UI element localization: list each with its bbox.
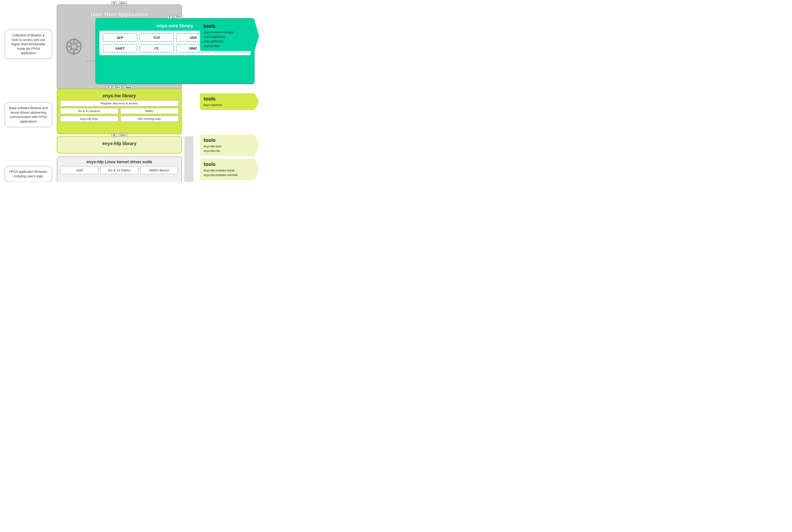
tools-box-kernel: tools enyx-hfp-modules-install enyx-hfp-… (200, 159, 259, 180)
tools-item-3-2: enyx-hfp-info (204, 149, 252, 153)
svg-rect-5 (68, 46, 70, 47)
core-lang-cpp: C++ (175, 15, 183, 19)
svg-rect-3 (73, 41, 75, 43)
module-i2c: I²C (139, 44, 174, 53)
host-app-title: User Host Application (57, 5, 181, 18)
module-tcp: TCP (139, 34, 174, 42)
tools-item-2-1: enyx-inspector (204, 103, 252, 107)
hfp-lib-langs: C C++ (111, 133, 128, 137)
hw-mock-bar: HWMock (185, 136, 193, 182)
hfp-lib-box: C C++ enyx-hfp library (57, 136, 182, 153)
tools-title-4: tools (204, 162, 252, 167)
callout-fpga-text: FPGA application firmware, including use… (9, 170, 48, 178)
callout-core-text: Collection of libraries & tools to acces… (12, 34, 45, 55)
hw-row-2: Rx & Tx streams MMIO (60, 108, 179, 114)
svg-rect-4 (73, 50, 75, 52)
core-lib-langs: C C++ (167, 15, 183, 19)
hw-lib-langs: C C++ Java (105, 85, 133, 89)
svg-rect-10 (76, 42, 78, 44)
tools-title-3: tools (204, 137, 252, 143)
tools-title-2: tools (204, 96, 252, 102)
hw-mocking: HW mocking impl. (120, 116, 179, 122)
module-sfp: SFP (103, 34, 137, 42)
tools-item-1-3: enyx-u200-bmc (204, 39, 252, 44)
hw-hfp-impl: enyx-hfp impl. (60, 116, 118, 122)
hw-modules: Register discovery & access Rx & Tx stre… (60, 100, 179, 122)
kernel-mmio: MMIO device (140, 166, 178, 174)
hw-lang-c: C (106, 86, 111, 89)
hw-row-3: enyx-hfp impl. HW mocking impl. (60, 116, 179, 122)
hw-lib-title: enyx-hw library (57, 89, 181, 100)
kernel-box: enyx-hfp Linux kernel driver suite netif… (57, 156, 182, 182)
gear-icon (64, 36, 84, 57)
hw-row-1: Register discovery & access (60, 100, 179, 107)
tools-item-4-1: enyx-hfp-modules-install (204, 168, 252, 173)
kernel-dma: Rx & Tx DMAs (100, 166, 138, 174)
hw-lib-box: C C++ Java enyx-hw library Register disc… (57, 89, 182, 134)
hfp-lang-c: C (111, 133, 117, 137)
dotted-connector (86, 61, 97, 61)
callout-fpga: FPGA application firmware, including use… (4, 166, 52, 182)
svg-rect-6 (77, 46, 80, 47)
tools-box-hw: tools enyx-inspector (200, 93, 259, 110)
callout-core: Collection of libraries & tools to acces… (4, 30, 52, 59)
tools-item-1-2: enyx-xupp3r-bmc (204, 35, 252, 39)
tools-item-4-2: enyx-hfp-modules-uninstall (204, 173, 252, 177)
kernel-title: enyx-hfp Linux kernel driver suite (57, 157, 181, 166)
hw-mmio: MMIO (120, 108, 179, 114)
hw-register: Register discovery & access (60, 100, 179, 107)
hw-lang-java: Java (123, 86, 133, 89)
lang-c: C (111, 1, 117, 5)
diagram-container: C C++ User Host Application C (4, 4, 259, 177)
callout-hw: Base software libraries and kernel drive… (4, 102, 52, 127)
module-uart: UART (103, 44, 137, 53)
tools-item-1-4: enyx-probes (204, 44, 252, 48)
tools-item-3-1: enyx-hfp-stats (204, 144, 252, 149)
tools-box-hfp: tools enyx-hfp-stats enyx-hfp-info (200, 135, 259, 156)
svg-rect-7 (69, 42, 72, 44)
hw-rx-tx: Rx & Tx streams (60, 108, 118, 114)
core-lang-c: C (167, 15, 173, 19)
hfp-lib-title: enyx-hfp library (57, 137, 181, 146)
host-app-langs: C C++ (111, 1, 128, 5)
callout-hw-text: Base software libraries and kernel drive… (9, 106, 48, 123)
lang-cpp: C++ (119, 1, 127, 5)
hw-lang-cpp: C++ (113, 86, 121, 89)
kernel-modules: netif Rx & Tx DMAs MMIO device (61, 166, 178, 174)
svg-point-2 (71, 44, 77, 49)
tools-box-core: tools enyx-firmware-manager enyx-xupp3r-… (200, 20, 259, 51)
tools-item-1-1: enyx-firmware-manager (204, 30, 252, 35)
tools-title-1: tools (204, 23, 252, 29)
gear-area (61, 34, 86, 59)
hfp-lang-cpp: C++ (119, 133, 127, 137)
kernel-netif: netif (61, 166, 98, 174)
